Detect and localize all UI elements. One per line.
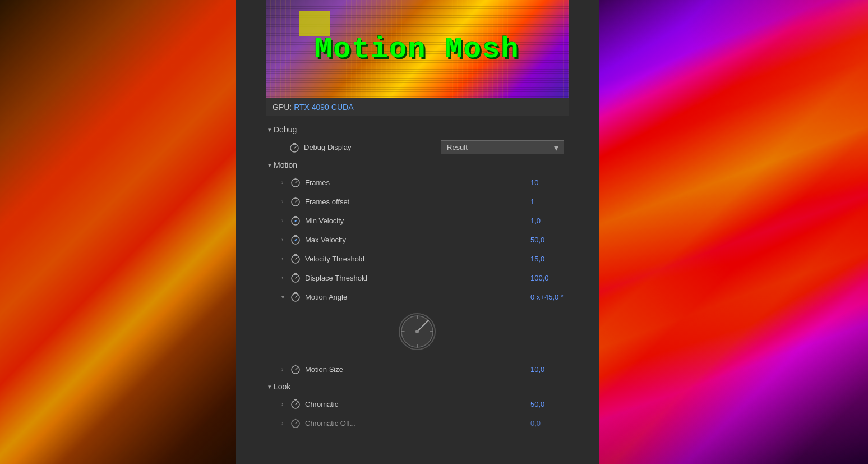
frames-value: 10 [530,178,564,187]
background-right-overlay [599,0,868,464]
min-velocity-value: 1,0 [530,217,564,225]
velocity-threshold-label: Velocity Threshold [305,255,530,263]
motion-arrow-icon: ▾ [268,162,271,169]
gpu-label: GPU: [273,103,292,112]
content-area: ▾ Debug Debug Display Result Motion Velo… [266,116,569,438]
knob-row [266,306,569,360]
property-row-min-velocity[interactable]: › Min Velocity 1,0 [266,211,569,230]
look-arrow-icon: ▾ [268,383,271,391]
max-velocity-label: Max Velocity [305,236,530,244]
frames-offset-value: 1 [530,197,564,206]
debug-display-select[interactable]: Result Motion Velocity Displacement [441,140,564,154]
preview-area: Motion Mosh [266,0,569,98]
expand-arrow-min-velocity: › [281,218,287,224]
debug-display-text: Debug Display [304,143,352,151]
property-row-chromatic[interactable]: › Chromatic 50,0 [266,394,569,414]
motion-size-label: Motion Size [305,365,530,374]
svg-line-33 [296,296,297,297]
displace-threshold-label: Displace Threshold [305,274,530,282]
min-velocity-label: Min Velocity [305,217,530,225]
property-row-motion-size[interactable]: › Motion Size 10,0 [266,360,569,379]
svg-line-25 [296,258,297,259]
chromatic-label: Chromatic [305,400,530,408]
background-right [599,0,868,464]
property-row-max-velocity[interactable]: › Max Velocity 50,0 [266,230,569,249]
svg-line-29 [296,277,297,278]
section-debug-label: Debug [274,125,297,134]
chromatic-value: 50,0 [530,400,564,408]
svg-point-16 [295,220,297,222]
stopwatch-icon-displace-threshold [290,273,301,283]
property-row-frames[interactable]: › Frames 10 [266,173,569,192]
expand-arrow-chromatic: › [281,401,287,407]
frames-offset-label: Frames offset [305,197,530,206]
stopwatch-icon-frames [290,177,301,187]
gpu-bar: GPU: RTX 4090 CUDA [266,98,569,116]
stopwatch-icon-chromatic-offset [290,418,301,428]
expand-arrow-max-velocity: › [281,237,287,243]
svg-line-11 [296,200,297,202]
section-look-label: Look [274,382,290,391]
stopwatch-icon-motion-size [290,364,301,374]
stopwatch-icon-min-velocity [290,215,301,226]
debug-display-label-group: Debug Display [289,143,352,153]
svg-line-3 [294,146,296,148]
expand-arrow-displace-threshold: › [281,275,287,281]
main-panel: Motion Mosh GPU: RTX 4090 CUDA ▾ Debug D… [236,0,599,464]
expand-arrow-frames: › [281,180,287,186]
displace-threshold-value: 100,0 [530,274,564,282]
velocity-threshold-value: 15,0 [530,255,564,263]
expand-arrow-velocity-threshold: › [281,256,287,262]
property-row-motion-angle[interactable]: ▾ Motion Angle 0 x+45,0 ° [266,287,569,306]
gpu-value: RTX 4090 CUDA [294,103,353,112]
svg-line-53 [296,422,297,424]
motion-angle-label: Motion Angle [305,293,530,301]
property-row-frames-offset[interactable]: › Frames offset 1 [266,192,569,211]
motion-angle-value: 0 x+45,0 ° [530,293,564,301]
svg-line-45 [296,368,297,370]
chromatic-offset-label: Chromatic Off... [305,419,530,428]
frames-label: Frames [305,178,530,187]
debug-display-select-wrapper[interactable]: Result Motion Velocity Displacement [441,140,564,154]
stopwatch-icon-velocity-threshold [290,254,301,264]
max-velocity-value: 50,0 [530,236,564,244]
background-left [0,0,236,464]
section-look-header[interactable]: ▾ Look [266,379,569,394]
property-row-displace-threshold[interactable]: › Displace Threshold 100,0 [266,268,569,287]
debug-arrow-icon: ▾ [268,126,271,134]
expand-arrow-chromatic-offset: › [281,420,287,426]
stopwatch-icon-motion-angle [290,292,301,302]
stopwatch-icon-max-velocity [290,235,301,245]
expand-arrow-motion-size: › [281,366,287,373]
svg-line-7 [296,181,297,183]
property-row-velocity-threshold[interactable]: › Velocity Threshold 15,0 [266,249,569,268]
property-row-chromatic-offset[interactable]: › Chromatic Off... 0,0 [266,414,569,433]
plugin-title: Motion Mosh [315,33,519,66]
debug-display-row: Debug Display Result Motion Velocity Dis… [266,137,569,157]
section-debug-header[interactable]: ▾ Debug [266,122,569,137]
svg-line-49 [296,403,297,405]
motion-size-value: 10,0 [530,365,564,374]
section-motion-label: Motion [274,160,297,169]
stopwatch-icon-chromatic [290,399,301,409]
expand-arrow-motion-angle: ▾ [281,294,287,300]
svg-point-21 [295,240,297,241]
section-motion-header[interactable]: ▾ Motion [266,157,569,173]
stopwatch-icon-frames-offset [290,196,301,206]
expand-arrow-frames-offset: › [281,199,287,205]
stopwatch-icon-debug [289,143,299,153]
svg-point-41 [415,330,419,333]
motion-angle-knob[interactable] [398,312,437,351]
chromatic-offset-value: 0,0 [530,419,564,428]
